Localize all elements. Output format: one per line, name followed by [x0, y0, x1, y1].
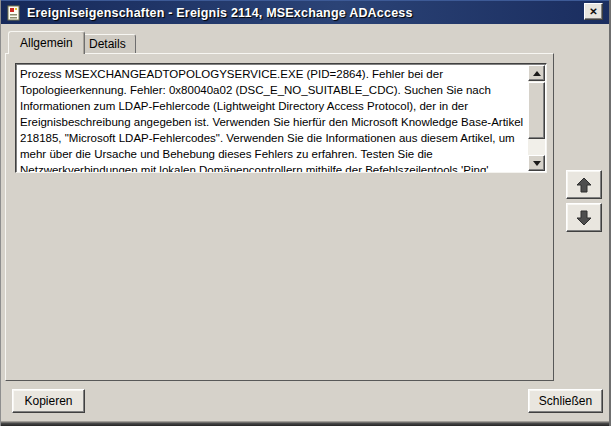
close-button[interactable]: Schließen [528, 389, 603, 413]
scrollbar-up-arrow[interactable] [528, 65, 545, 81]
next-event-arrow-icon [576, 210, 592, 226]
next-event-button[interactable] [566, 203, 602, 232]
titlebar[interactable]: Ereigniseigenschaften - Ereignis 2114, M… [1, 0, 611, 24]
previous-event-arrow-icon [576, 177, 592, 193]
previous-event-button[interactable] [566, 170, 602, 199]
event-description-text: Prozess MSEXCHANGEADTOPOLOGYSERVICE.EXE … [16, 64, 529, 172]
tab-allgemein[interactable]: Allgemein [8, 31, 85, 54]
scrollbar-thumb[interactable] [528, 82, 545, 139]
description-scrollbar[interactable] [528, 65, 545, 171]
close-icon[interactable]: ✕ [584, 3, 603, 20]
event-properties-icon [6, 5, 22, 21]
copy-button[interactable]: Kopieren [12, 389, 85, 413]
tab-details[interactable]: Details [79, 34, 136, 54]
window-title: Ereigniseigenschaften - Ereignis 2114, M… [27, 6, 413, 20]
window-bottom-edge [1, 421, 611, 426]
event-description-box[interactable]: Prozess MSEXCHANGEADTOPOLOGYSERVICE.EXE … [15, 63, 547, 173]
event-properties-dialog: Ereigniseigenschaften - Ereignis 2114, M… [0, 0, 611, 426]
scrollbar-down-arrow[interactable] [528, 155, 545, 171]
down-triangle-icon [533, 161, 541, 166]
tab-content-pane: Prozess MSEXCHANGEADTOPOLOGYSERVICE.EXE … [5, 53, 554, 381]
up-triangle-icon [533, 71, 541, 76]
